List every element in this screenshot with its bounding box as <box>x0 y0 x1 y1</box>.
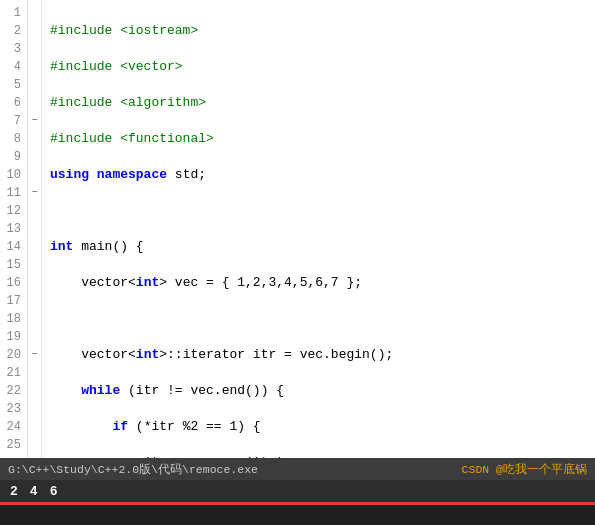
fold-empty-3 <box>28 40 41 58</box>
ln-16: 16 <box>4 274 21 292</box>
code-line-3: #include <algorithm> <box>50 94 587 112</box>
ln-23: 23 <box>4 400 21 418</box>
ln-3: 3 <box>4 40 21 58</box>
ln-13: 13 <box>4 220 21 238</box>
fold-empty-24 <box>28 418 41 436</box>
fold-empty-22 <box>28 382 41 400</box>
code-line-8: vector<int> vec = { 1,2,3,4,5,6,7 }; <box>50 274 587 292</box>
editor-container: 1 2 3 4 5 6 7 8 9 10 11 12 13 14 15 16 1… <box>0 0 595 480</box>
file-path: G:\C++\Study\C++2.0版\代码\remoce.exe <box>8 462 462 477</box>
plain-5: std; <box>175 167 206 182</box>
fold-empty-25 <box>28 436 41 454</box>
kw-10: int <box>136 347 159 362</box>
fold-empty-2 <box>28 22 41 40</box>
output-val-1: 2 <box>10 484 18 499</box>
fold-20[interactable]: − <box>28 346 41 364</box>
pp-4: #include <functional> <box>50 131 214 146</box>
status-bar: G:\C++\Study\C++2.0版\代码\remoce.exe CSDN … <box>0 458 595 480</box>
code-line-9 <box>50 310 587 328</box>
fold-empty-8 <box>28 130 41 148</box>
ln-24: 24 <box>4 418 21 436</box>
plain-8b: > vec = { 1,2,3,4,5,6,7 }; <box>159 275 362 290</box>
fold-gutter: − − − <box>28 0 42 458</box>
fold-empty-10 <box>28 166 41 184</box>
fold-empty-23 <box>28 400 41 418</box>
fold-empty-21 <box>28 364 41 382</box>
ln-11: 11 <box>4 184 21 202</box>
output-bar: 2 4 6 <box>0 480 595 502</box>
code-line-1: #include <iostream> <box>50 22 587 40</box>
ln-5: 5 <box>4 76 21 94</box>
fold-7[interactable]: − <box>28 112 41 130</box>
ln-14: 14 <box>4 238 21 256</box>
kw-if: if <box>112 419 128 434</box>
plain-7: main() { <box>81 239 143 254</box>
ln-7: 7 <box>4 112 21 130</box>
code-content[interactable]: #include <iostream> #include <vector> #i… <box>42 0 595 458</box>
fold-empty-4 <box>28 58 41 76</box>
plain-10a: vector< <box>81 347 136 362</box>
kw-while: while <box>81 383 120 398</box>
ln-2: 2 <box>4 22 21 40</box>
fold-empty-17 <box>28 292 41 310</box>
ln-1: 1 <box>4 4 21 22</box>
plain-12: (*itr %2 == 1) { <box>136 419 261 434</box>
fold-empty-16 <box>28 274 41 292</box>
code-line-5: using namespace std; <box>50 166 587 184</box>
kw-8: int <box>136 275 159 290</box>
plain-11: (itr != vec.end()) { <box>128 383 284 398</box>
brand-label: CSDN @吃我一个平底锅 <box>462 462 587 477</box>
code-area: 1 2 3 4 5 6 7 8 9 10 11 12 13 14 15 16 1… <box>0 0 595 458</box>
fold-empty-14 <box>28 238 41 256</box>
plain-10b: >::iterator itr = vec.begin(); <box>159 347 393 362</box>
code-line-4: #include <functional> <box>50 130 587 148</box>
plain-8a: vector< <box>81 275 136 290</box>
code-line-7: int main() { <box>50 238 587 256</box>
kw-int: int <box>50 239 73 254</box>
fold-empty-13 <box>28 220 41 238</box>
pp-1: #include <iostream> <box>50 23 198 38</box>
output-val-2: 4 <box>30 484 38 499</box>
fold-empty-1 <box>28 4 41 22</box>
ln-12: 12 <box>4 202 21 220</box>
ln-6: 6 <box>4 94 21 112</box>
ln-21: 21 <box>4 364 21 382</box>
fold-empty-9 <box>28 148 41 166</box>
ln-19: 19 <box>4 328 21 346</box>
red-bar <box>0 502 595 505</box>
output-val-3: 6 <box>50 484 58 499</box>
ln-4: 4 <box>4 58 21 76</box>
ln-25: 25 <box>4 436 21 454</box>
pp-3: #include <algorithm> <box>50 95 206 110</box>
pp-2: #include <vector> <box>50 59 183 74</box>
ln-15: 15 <box>4 256 21 274</box>
ln-18: 18 <box>4 310 21 328</box>
code-line-10: vector<int>::iterator itr = vec.begin(); <box>50 346 587 364</box>
fold-empty-19 <box>28 328 41 346</box>
ln-9: 9 <box>4 148 21 166</box>
line-numbers: 1 2 3 4 5 6 7 8 9 10 11 12 13 14 15 16 1… <box>0 0 28 458</box>
code-line-2: #include <vector> <box>50 58 587 76</box>
ln-22: 22 <box>4 382 21 400</box>
code-line-12: if (*itr %2 == 1) { <box>50 418 587 436</box>
fold-empty-15 <box>28 256 41 274</box>
fold-11[interactable]: − <box>28 184 41 202</box>
kw-using: using namespace <box>50 167 167 182</box>
code-line-6 <box>50 202 587 220</box>
code-line-11: while (itr != vec.end()) { <box>50 382 587 400</box>
ln-10: 10 <box>4 166 21 184</box>
fold-empty-18 <box>28 310 41 328</box>
fold-empty-5 <box>28 76 41 94</box>
ln-20: 20 <box>4 346 21 364</box>
ln-17: 17 <box>4 292 21 310</box>
fold-empty-6 <box>28 94 41 112</box>
ln-8: 8 <box>4 130 21 148</box>
fold-empty-12 <box>28 202 41 220</box>
